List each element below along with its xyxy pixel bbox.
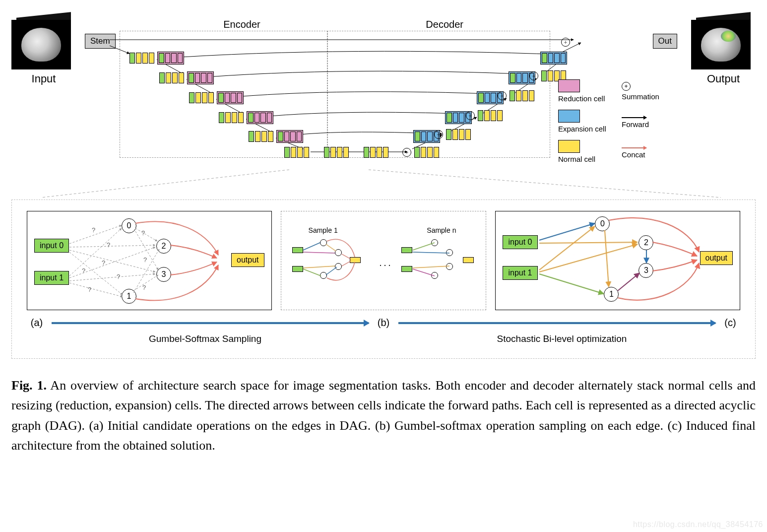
legend-summation-label: Summation — [622, 92, 659, 101]
svg-line-30 — [618, 273, 639, 291]
svg-line-14 — [303, 243, 320, 250]
svg-line-24 — [539, 223, 595, 240]
sum-2: + — [498, 91, 507, 100]
svg-line-22 — [412, 269, 434, 276]
input-volume-icon — [11, 20, 76, 69]
svg-line-11 — [135, 231, 158, 270]
dag-row: input 0 input 1 0 1 2 3 output — [27, 211, 740, 310]
q-mark: ? — [142, 284, 146, 291]
svg-line-10 — [135, 228, 157, 241]
bottom-normal-1 — [283, 146, 310, 159]
architecture-panel: Encoder Decoder Stem Out — [85, 20, 618, 174]
output-label: Output — [707, 72, 740, 85]
sum-4: + — [434, 130, 443, 139]
q-mark: ? — [92, 226, 95, 234]
svg-line-17 — [303, 266, 335, 268]
svg-line-21 — [412, 252, 449, 253]
enc-red-4 — [247, 111, 273, 124]
tag-b: (b) — [374, 317, 393, 329]
legend-forward: Forward — [622, 114, 681, 129]
tag-c: (c) — [720, 317, 740, 329]
svg-line-19 — [326, 267, 337, 275]
legend-normal-label: Normal cell — [558, 155, 595, 163]
bottom-normal-2 — [323, 146, 350, 159]
sum-3: + — [466, 111, 475, 120]
dag-b: Sample 1 Sample n . . . — [281, 211, 487, 310]
concat-arrow-icon — [622, 147, 646, 148]
forward-arrows — [85, 20, 618, 174]
arrow-b-c — [398, 322, 715, 324]
bilevel-label: Stochastic Bi-level optimization — [384, 333, 740, 344]
enc-normal-1 — [128, 52, 155, 65]
enc-normal-2 — [158, 71, 185, 84]
zoom-lines-icon — [11, 170, 756, 200]
svg-line-26 — [539, 226, 595, 270]
caption-text: An overview of architecture search space… — [11, 378, 756, 453]
bottom-normal-3 — [363, 146, 389, 159]
svg-line-5 — [69, 252, 123, 295]
dag-c: input 0 input 1 0 1 2 3 output — [495, 211, 740, 310]
gumbel-label: Gumbel-Softmax Sampling — [27, 333, 384, 344]
svg-line-2 — [69, 225, 122, 244]
legend-reduction: Reduction cell — [558, 79, 613, 103]
dag-a-edges — [27, 211, 271, 310]
enc-red-2 — [187, 71, 214, 84]
svg-line-18 — [326, 244, 336, 251]
enc-red-5 — [276, 130, 303, 143]
sum-1: + — [529, 71, 538, 80]
output-col: Output — [691, 20, 756, 85]
legend-concat: Concat — [622, 144, 681, 159]
legend-expansion: Expansion cell — [558, 110, 613, 133]
svg-line-3 — [69, 245, 155, 247]
q-mark: ? — [143, 256, 147, 264]
dec-normal-2 — [509, 89, 535, 102]
enc-normal-5 — [248, 130, 274, 143]
figure-caption: Fig. 1. An overview of architecture sear… — [11, 376, 756, 456]
caption-lead: Fig. 1. — [11, 378, 47, 393]
enc-red-3 — [217, 91, 244, 104]
dec-normal-5 — [413, 146, 440, 159]
tag-a: (a) — [27, 317, 47, 329]
q-mark: ? — [117, 273, 120, 280]
overview-row: Input Encoder Decoder Stem Out — [11, 20, 756, 174]
dec-normal-4 — [445, 128, 472, 141]
sub-arrow-row: (a) (b) (c) — [27, 317, 740, 329]
legend-reduction-label: Reduction cell — [558, 94, 605, 103]
dec-normal-3 — [477, 109, 504, 122]
legend-normal: Normal cell — [558, 140, 613, 163]
input-label: Input — [32, 72, 56, 85]
svg-line-16 — [303, 269, 321, 276]
legend: Reduction cell +Summation Expansion cell… — [558, 79, 687, 163]
q-mark: ? — [82, 267, 85, 274]
svg-line-1 — [369, 170, 721, 198]
q-mark: ? — [141, 229, 145, 237]
svg-line-20 — [412, 243, 434, 250]
sub-name-row: Gumbel-Softmax Sampling Stochastic Bi-le… — [27, 333, 740, 344]
output-volume-icon — [691, 20, 756, 69]
legend-summation: +Summation — [622, 82, 681, 101]
zoom-guides — [11, 180, 756, 200]
sum-5: + — [402, 148, 411, 157]
sum-out: + — [561, 38, 570, 47]
svg-line-15 — [303, 252, 335, 253]
enc-normal-4 — [218, 111, 245, 124]
dec-exp-1 — [540, 52, 567, 65]
arrow-a-b — [52, 322, 369, 324]
forward-arrow-icon — [622, 117, 646, 118]
dag-c-edges — [496, 211, 740, 310]
figure: Input Encoder Decoder Stem Out — [11, 20, 756, 456]
svg-line-27 — [539, 274, 604, 294]
enc-red-1 — [157, 52, 184, 65]
legend-expansion-label: Expansion cell — [558, 125, 606, 133]
svg-line-0 — [41, 170, 289, 198]
q-mark: ? — [102, 259, 105, 266]
svg-line-23 — [412, 266, 449, 268]
cell-detail-panel: input 0 input 1 0 1 2 3 output — [11, 200, 756, 359]
legend-forward-label: Forward — [622, 120, 649, 129]
svg-line-29 — [605, 230, 609, 287]
input-col: Input — [11, 20, 76, 85]
q-mark: ? — [107, 241, 110, 249]
plus-icon: + — [622, 82, 631, 91]
legend-concat-label: Concat — [622, 150, 645, 159]
enc-normal-3 — [188, 91, 215, 104]
